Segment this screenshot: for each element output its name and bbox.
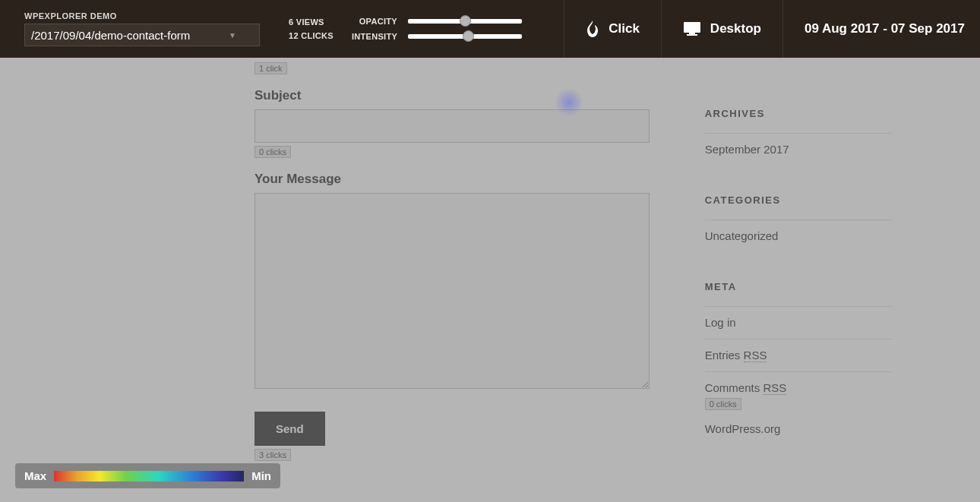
intensity-slider-thumb[interactable] (463, 30, 474, 42)
rss-abbr: RSS (763, 381, 786, 395)
list-item: WordPress.org (705, 419, 893, 445)
list-item: Entries RSS (705, 339, 893, 371)
svg-rect-1 (689, 33, 695, 34)
subject-label: Subject (254, 88, 659, 103)
meta-list: Log in Entries RSS Comments RSS 0 clicks… (705, 306, 893, 445)
stats-block: 6 VIEWS 12 CLICKS (289, 17, 334, 40)
intensity-slider-row: INTENSITY (352, 32, 522, 41)
date-range-button[interactable]: 09 Aug 2017 - 07 Sep 2017 (783, 0, 980, 58)
opacity-slider[interactable] (408, 19, 522, 24)
opacity-slider-thumb[interactable] (460, 15, 471, 27)
sidebar: ARCHIVES September 2017 CATEGORIES Uncat… (705, 79, 893, 461)
entries-prefix: Entries (705, 349, 744, 362)
opacity-slider-row: OPACITY (352, 17, 522, 26)
page-path-select[interactable]: /2017/09/04/demo-contact-form ▼ (24, 24, 260, 46)
send-button[interactable]: Send (254, 412, 325, 446)
mode-click-label: Click (609, 21, 640, 36)
click-badge: 0 clicks (705, 398, 741, 410)
svg-rect-0 (684, 22, 700, 33)
device-desktop-label: Desktop (710, 21, 761, 36)
wordpress-link[interactable]: WordPress.org (705, 422, 781, 435)
flame-icon (586, 21, 599, 37)
heatmap-legend: Max Min (15, 463, 280, 488)
site-name: WPEXPLORER DEMO (24, 11, 260, 21)
archives-link[interactable]: September 2017 (705, 143, 789, 156)
archives-title: ARCHIVES (705, 108, 893, 119)
page-inner: 1 click Subject 0 clicks Your Message Se… (87, 58, 893, 461)
list-item: Uncategorized (705, 219, 893, 252)
click-badge: 0 clicks (254, 146, 291, 158)
contact-form: 1 click Subject 0 clicks Your Message Se… (254, 58, 659, 461)
message-label: Your Message (254, 172, 659, 187)
date-range-value: 09 Aug 2017 - 07 Sep 2017 (805, 21, 965, 36)
opacity-label: OPACITY (352, 17, 397, 26)
rss-abbr: RSS (744, 349, 767, 362)
list-item: Comments RSS 0 clicks (705, 371, 893, 419)
site-selector-block: WPEXPLORER DEMO /2017/09/04/demo-contact… (0, 4, 272, 54)
legend-max: Max (24, 469, 46, 482)
page-path-value: /2017/09/04/demo-contact-form (31, 29, 190, 42)
subject-input[interactable] (254, 109, 650, 143)
desktop-icon (683, 21, 701, 36)
intensity-label: INTENSITY (352, 32, 397, 41)
svg-rect-2 (687, 34, 697, 36)
categories-list: Uncategorized (705, 219, 893, 252)
legend-gradient (54, 471, 244, 481)
click-badge: 1 click (254, 62, 287, 74)
mode-click-button[interactable]: Click (564, 0, 662, 58)
device-desktop-button[interactable]: Desktop (662, 0, 783, 58)
views-count: 6 VIEWS (289, 17, 334, 27)
legend-min: Min (251, 469, 271, 482)
sliders-block: OPACITY INTENSITY (352, 17, 522, 41)
clicks-count: 12 CLICKS (289, 31, 334, 40)
chevron-down-icon: ▼ (229, 31, 236, 39)
page-content-wrap: 1 click Subject 0 clicks Your Message Se… (0, 58, 980, 502)
intensity-slider[interactable] (408, 34, 522, 39)
heatmap-toolbar: WPEXPLORER DEMO /2017/09/04/demo-contact… (0, 0, 980, 58)
categories-title: CATEGORIES (705, 194, 893, 206)
archives-list: September 2017 (705, 133, 893, 166)
comments-rss-link[interactable]: Comments RSS (705, 381, 787, 395)
list-item: Log in (705, 306, 893, 339)
entries-rss-link[interactable]: Entries RSS (705, 349, 767, 362)
list-item: September 2017 (705, 133, 893, 166)
comments-prefix: Comments (705, 381, 763, 394)
meta-title: META (705, 281, 893, 292)
login-link[interactable]: Log in (705, 316, 736, 329)
click-badge: 3 clicks (254, 449, 291, 461)
categories-link[interactable]: Uncategorized (705, 229, 779, 242)
message-textarea[interactable] (254, 193, 650, 389)
